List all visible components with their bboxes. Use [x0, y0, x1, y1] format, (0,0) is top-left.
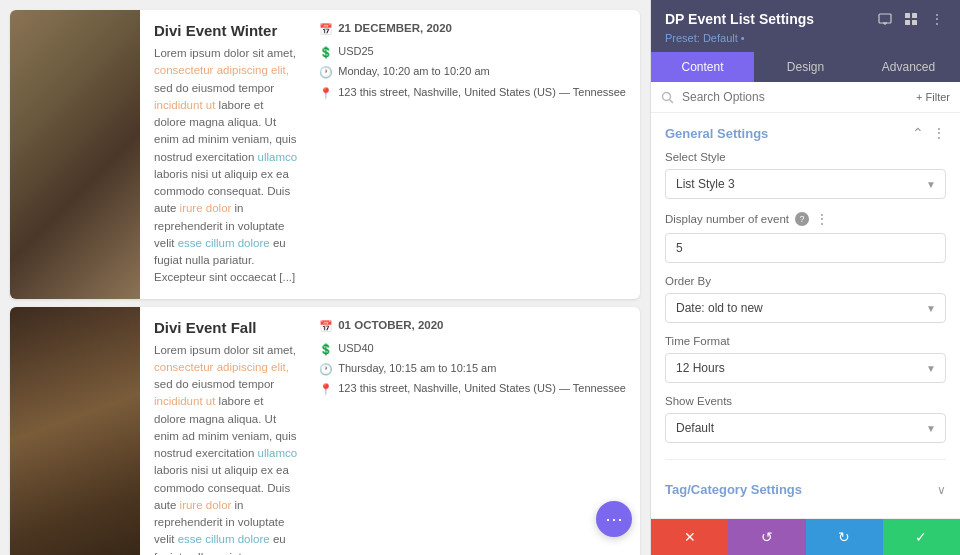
display-number-label: Display number of event ? ⋮: [665, 211, 946, 227]
tag-category-title: Tag/Category Settings: [665, 482, 802, 497]
filter-button[interactable]: + Filter: [916, 91, 950, 103]
event-image-fall: [10, 307, 140, 556]
save-button[interactable]: ✓: [883, 519, 960, 555]
event-meta-fall: 📅 01 OCTOBER, 2020 💲 USD40 🕐 Thursday, 1…: [311, 307, 640, 556]
tag-category-section[interactable]: Tag/Category Settings ∨: [651, 472, 960, 507]
svg-rect-5: [905, 20, 910, 25]
display-number-dots-icon[interactable]: ⋮: [815, 211, 829, 227]
panel-header-icons: ⋮: [876, 10, 946, 28]
general-settings-header: General Settings ⌃ ⋮: [651, 113, 960, 151]
order-by-select[interactable]: Date: old to new Date: new to old Title …: [665, 293, 946, 323]
panel-actions: ✕ ↺ ↻ ✓: [651, 518, 960, 555]
event-card-winter: Divi Event Winter Lorem ipsum dolor sit …: [10, 10, 640, 299]
tab-design[interactable]: Design: [754, 52, 857, 82]
clock-icon-winter: 🕐: [319, 65, 333, 80]
show-events-label: Show Events: [665, 395, 946, 407]
fab-button[interactable]: ⋯: [596, 501, 632, 537]
svg-rect-6: [912, 20, 917, 25]
event-desc-winter: Lorem ipsum dolor sit amet, consectetur …: [154, 45, 297, 287]
select-style-wrapper: List Style 1 List Style 2 List Style 3 L…: [665, 169, 946, 199]
clock-icon-fall: 🕐: [319, 362, 333, 377]
left-panel: Divi Event Winter Lorem ipsum dolor sit …: [0, 0, 650, 555]
event-location-winter: 📍 123 this street, Nashville, United Sta…: [319, 85, 626, 101]
fab-dots-icon: ⋯: [605, 508, 623, 530]
money-icon-winter: 💲: [319, 45, 333, 60]
order-by-group: Order By Date: old to new Date: new to o…: [651, 275, 960, 335]
select-style-select[interactable]: List Style 1 List Style 2 List Style 3 L…: [665, 169, 946, 199]
event-time-fall: 🕐 Thursday, 10:15 am to 10:15 am: [319, 361, 626, 377]
order-by-wrapper: Date: old to new Date: new to old Title …: [665, 293, 946, 323]
panel-title: DP Event List Settings: [665, 11, 814, 27]
more-icon[interactable]: ⋮: [928, 10, 946, 28]
pin-icon-winter: 📍: [319, 86, 333, 101]
display-number-info-icon[interactable]: ?: [795, 212, 809, 226]
event-meta-winter: 📅 21 DECEMBER, 2020 💲 USD25 🕐 Monday, 10…: [311, 10, 640, 299]
grid-icon[interactable]: [902, 10, 920, 28]
panel-tabs: Content Design Advanced: [651, 52, 960, 82]
pin-icon-fall: 📍: [319, 382, 333, 397]
event-desc-fall: Lorem ipsum dolor sit amet, consectetur …: [154, 342, 297, 556]
order-by-label: Order By: [665, 275, 946, 287]
settings-content: General Settings ⌃ ⋮ Select Style List S…: [651, 113, 960, 518]
panel-header: DP Event List Settings: [651, 0, 960, 52]
section-divider: [665, 459, 946, 460]
search-input[interactable]: [682, 90, 908, 104]
event-date-winter: 📅 21 DECEMBER, 2020: [319, 22, 626, 36]
calendar-icon-fall: 📅: [319, 320, 333, 333]
time-format-wrapper: 12 Hours 24 Hours ▼: [665, 353, 946, 383]
display-number-group: Display number of event ? ⋮: [651, 211, 960, 275]
event-title-winter: Divi Event Winter: [154, 22, 297, 39]
responsive-icon[interactable]: [876, 10, 894, 28]
show-events-select[interactable]: Default All Upcoming Past: [665, 413, 946, 443]
section-header-icons: ⌃ ⋮: [912, 125, 946, 141]
svg-line-8: [670, 99, 674, 103]
tab-advanced[interactable]: Advanced: [857, 52, 960, 82]
svg-rect-3: [905, 13, 910, 18]
money-icon-fall: 💲: [319, 342, 333, 357]
svg-point-7: [663, 92, 671, 100]
tab-content[interactable]: Content: [651, 52, 754, 82]
time-format-select[interactable]: 12 Hours 24 Hours: [665, 353, 946, 383]
event-content-winter: Divi Event Winter Lorem ipsum dolor sit …: [140, 10, 311, 299]
show-events-group: Show Events Default All Upcoming Past ▼: [651, 395, 960, 455]
calendar-icon-winter: 📅: [319, 23, 333, 36]
event-price-winter: 💲 USD25: [319, 44, 626, 60]
reset-button[interactable]: ↺: [728, 519, 805, 555]
chevron-up-icon[interactable]: ⌃: [912, 125, 924, 141]
show-events-wrapper: Default All Upcoming Past ▼: [665, 413, 946, 443]
tag-category-chevron-icon: ∨: [937, 483, 946, 497]
settings-panel: DP Event List Settings: [650, 0, 960, 555]
event-list: Divi Event Winter Lorem ipsum dolor sit …: [0, 0, 650, 555]
preset-text: Preset: Default •: [665, 32, 946, 44]
event-content-fall: Divi Event Fall Lorem ipsum dolor sit am…: [140, 307, 311, 556]
search-row: + Filter: [651, 82, 960, 113]
event-image-winter: [10, 10, 140, 299]
time-format-group: Time Format 12 Hours 24 Hours ▼: [651, 335, 960, 395]
search-icon: [661, 91, 674, 104]
panel-header-top: DP Event List Settings: [665, 10, 946, 28]
event-time-winter: 🕐 Monday, 10:20 am to 10:20 am: [319, 64, 626, 80]
general-settings-more-icon[interactable]: ⋮: [932, 125, 946, 141]
svg-rect-0: [879, 14, 891, 23]
select-style-group: Select Style List Style 1 List Style 2 L…: [651, 151, 960, 211]
cancel-button[interactable]: ✕: [651, 519, 728, 555]
redo-button[interactable]: ↻: [806, 519, 883, 555]
select-style-label: Select Style: [665, 151, 946, 163]
svg-rect-4: [912, 13, 917, 18]
event-date-fall: 📅 01 OCTOBER, 2020: [319, 319, 626, 333]
event-location-fall: 📍 123 this street, Nashville, United Sta…: [319, 381, 626, 397]
display-number-input[interactable]: [665, 233, 946, 263]
event-title-fall: Divi Event Fall: [154, 319, 297, 336]
general-settings-title: General Settings: [665, 126, 768, 141]
time-format-label: Time Format: [665, 335, 946, 347]
event-price-fall: 💲 USD40: [319, 341, 626, 357]
event-card-fall: Divi Event Fall Lorem ipsum dolor sit am…: [10, 307, 640, 556]
